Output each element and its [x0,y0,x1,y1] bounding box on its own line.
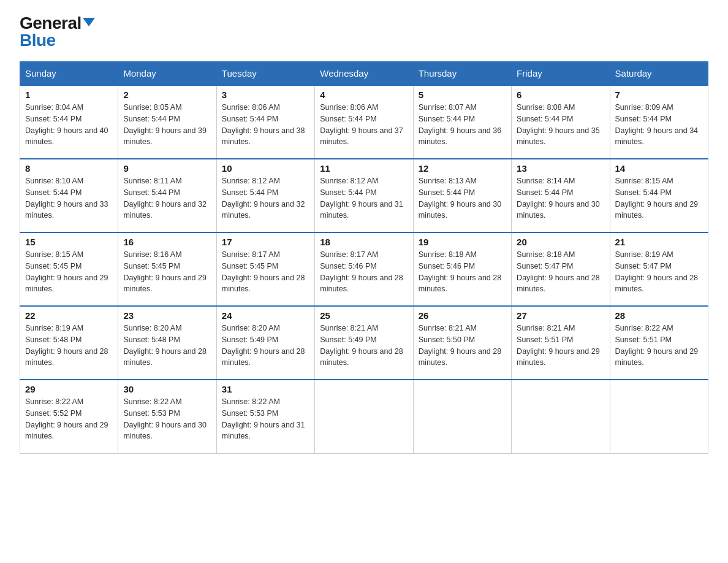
calendar-header-saturday: Saturday [610,62,708,86]
calendar-header-tuesday: Tuesday [216,62,314,86]
day-number: 26 [419,310,506,321]
calendar-week-row-3: 15Sunrise: 8:15 AMSunset: 5:45 PMDayligh… [20,232,708,306]
calendar-cell: 10Sunrise: 8:12 AMSunset: 5:44 PMDayligh… [216,159,314,232]
day-number: 6 [517,90,604,100]
calendar-header-wednesday: Wednesday [315,62,413,86]
calendar-cell: 20Sunrise: 8:18 AMSunset: 5:47 PMDayligh… [512,232,610,306]
calendar-header-sunday: Sunday [20,62,118,86]
day-number: 31 [222,384,309,394]
calendar-cell: 26Sunrise: 8:21 AMSunset: 5:50 PMDayligh… [413,306,511,380]
day-info: Sunrise: 8:06 AMSunset: 5:44 PMDaylight:… [222,102,309,148]
day-number: 12 [419,163,506,174]
day-number: 5 [419,90,506,100]
calendar-cell [413,380,511,453]
calendar-header-monday: Monday [118,62,216,86]
calendar-cell: 9Sunrise: 8:11 AMSunset: 5:44 PMDaylight… [118,159,216,232]
calendar-cell: 3Sunrise: 8:06 AMSunset: 5:44 PMDaylight… [216,85,314,159]
day-number: 8 [25,163,113,174]
calendar-cell: 1Sunrise: 8:04 AMSunset: 5:44 PMDaylight… [20,85,118,159]
day-info: Sunrise: 8:08 AMSunset: 5:44 PMDaylight:… [517,102,604,148]
day-info: Sunrise: 8:12 AMSunset: 5:44 PMDaylight:… [222,175,309,221]
calendar-cell: 22Sunrise: 8:19 AMSunset: 5:48 PMDayligh… [20,306,118,380]
day-info: Sunrise: 8:05 AMSunset: 5:44 PMDaylight:… [123,102,211,148]
day-number: 18 [320,237,408,247]
calendar-table: SundayMondayTuesdayWednesdayThursdayFrid… [20,61,708,454]
day-number: 16 [123,237,211,247]
day-number: 23 [123,310,211,321]
calendar-header-row: SundayMondayTuesdayWednesdayThursdayFrid… [20,62,708,86]
day-number: 4 [320,90,408,100]
calendar-week-row-1: 1Sunrise: 8:04 AMSunset: 5:44 PMDaylight… [20,85,708,159]
calendar-cell: 5Sunrise: 8:07 AMSunset: 5:44 PMDaylight… [413,85,511,159]
calendar-header-thursday: Thursday [413,62,511,86]
calendar-cell [315,380,413,453]
calendar-cell [512,380,610,453]
day-number: 14 [615,163,703,174]
day-info: Sunrise: 8:17 AMSunset: 5:46 PMDaylight:… [320,249,408,295]
calendar-cell: 12Sunrise: 8:13 AMSunset: 5:44 PMDayligh… [413,159,511,232]
calendar-cell: 17Sunrise: 8:17 AMSunset: 5:45 PMDayligh… [216,232,314,306]
day-info: Sunrise: 8:14 AMSunset: 5:44 PMDaylight:… [517,175,604,221]
calendar-week-row-4: 22Sunrise: 8:19 AMSunset: 5:48 PMDayligh… [20,306,708,380]
day-number: 25 [320,310,408,321]
day-info: Sunrise: 8:15 AMSunset: 5:44 PMDaylight:… [615,175,703,221]
day-info: Sunrise: 8:10 AMSunset: 5:44 PMDaylight:… [25,175,113,221]
calendar-week-row-2: 8Sunrise: 8:10 AMSunset: 5:44 PMDaylight… [20,159,708,232]
day-number: 20 [517,237,604,247]
calendar-cell: 27Sunrise: 8:21 AMSunset: 5:51 PMDayligh… [512,306,610,380]
day-number: 11 [320,163,408,174]
day-info: Sunrise: 8:21 AMSunset: 5:49 PMDaylight:… [320,323,408,369]
calendar-cell: 13Sunrise: 8:14 AMSunset: 5:44 PMDayligh… [512,159,610,232]
day-number: 15 [25,237,113,247]
day-info: Sunrise: 8:20 AMSunset: 5:48 PMDaylight:… [123,323,211,369]
calendar-cell: 21Sunrise: 8:19 AMSunset: 5:47 PMDayligh… [610,232,708,306]
calendar-cell: 23Sunrise: 8:20 AMSunset: 5:48 PMDayligh… [118,306,216,380]
day-info: Sunrise: 8:11 AMSunset: 5:44 PMDaylight:… [123,175,211,221]
calendar-cell: 28Sunrise: 8:22 AMSunset: 5:51 PMDayligh… [610,306,708,380]
day-info: Sunrise: 8:07 AMSunset: 5:44 PMDaylight:… [419,102,506,148]
calendar-header-friday: Friday [512,62,610,86]
day-number: 21 [615,237,703,247]
calendar-cell: 7Sunrise: 8:09 AMSunset: 5:44 PMDaylight… [610,85,708,159]
day-info: Sunrise: 8:22 AMSunset: 5:53 PMDaylight:… [222,396,309,442]
day-info: Sunrise: 8:16 AMSunset: 5:45 PMDaylight:… [123,249,211,295]
calendar-cell: 31Sunrise: 8:22 AMSunset: 5:53 PMDayligh… [216,380,314,453]
calendar-cell: 18Sunrise: 8:17 AMSunset: 5:46 PMDayligh… [315,232,413,306]
day-info: Sunrise: 8:06 AMSunset: 5:44 PMDaylight:… [320,102,408,148]
logo-blue-text: Blue [20,32,95,49]
page-header: General Blue [20,15,708,49]
day-info: Sunrise: 8:13 AMSunset: 5:44 PMDaylight:… [419,175,506,221]
calendar-cell: 30Sunrise: 8:22 AMSunset: 5:53 PMDayligh… [118,380,216,453]
day-info: Sunrise: 8:12 AMSunset: 5:44 PMDaylight:… [320,175,408,221]
day-number: 7 [615,90,703,100]
calendar-cell: 19Sunrise: 8:18 AMSunset: 5:46 PMDayligh… [413,232,511,306]
day-number: 30 [123,384,211,394]
day-number: 10 [222,163,309,174]
calendar-cell: 6Sunrise: 8:08 AMSunset: 5:44 PMDaylight… [512,85,610,159]
day-info: Sunrise: 8:19 AMSunset: 5:48 PMDaylight:… [25,323,113,369]
day-number: 22 [25,310,113,321]
day-info: Sunrise: 8:18 AMSunset: 5:47 PMDaylight:… [517,249,604,295]
calendar-cell: 4Sunrise: 8:06 AMSunset: 5:44 PMDaylight… [315,85,413,159]
day-info: Sunrise: 8:22 AMSunset: 5:52 PMDaylight:… [25,396,113,442]
day-number: 24 [222,310,309,321]
day-number: 2 [123,90,211,100]
calendar-cell: 25Sunrise: 8:21 AMSunset: 5:49 PMDayligh… [315,306,413,380]
day-number: 19 [419,237,506,247]
logo: General Blue [20,15,95,49]
day-number: 17 [222,237,309,247]
logo-general-text: General [20,15,82,32]
calendar-cell: 8Sunrise: 8:10 AMSunset: 5:44 PMDaylight… [20,159,118,232]
day-number: 28 [615,310,703,321]
calendar-cell: 2Sunrise: 8:05 AMSunset: 5:44 PMDaylight… [118,85,216,159]
logo-triangle-icon [83,18,95,26]
day-info: Sunrise: 8:19 AMSunset: 5:47 PMDaylight:… [615,249,703,295]
calendar-cell: 11Sunrise: 8:12 AMSunset: 5:44 PMDayligh… [315,159,413,232]
day-info: Sunrise: 8:21 AMSunset: 5:51 PMDaylight:… [517,323,604,369]
calendar-cell: 29Sunrise: 8:22 AMSunset: 5:52 PMDayligh… [20,380,118,453]
day-number: 3 [222,90,309,100]
day-info: Sunrise: 8:21 AMSunset: 5:50 PMDaylight:… [419,323,506,369]
day-number: 13 [517,163,604,174]
calendar-cell: 14Sunrise: 8:15 AMSunset: 5:44 PMDayligh… [610,159,708,232]
day-number: 1 [25,90,113,100]
